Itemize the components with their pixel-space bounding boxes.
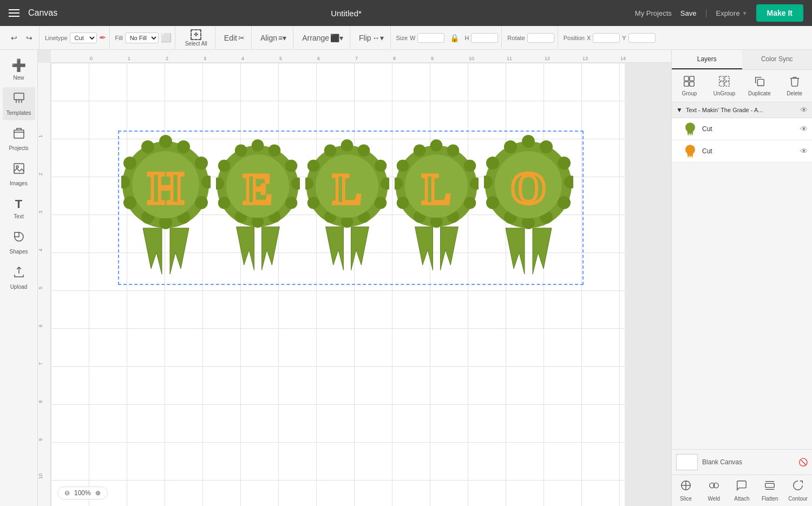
layer-item-2[interactable]: Cut 👁 [672, 140, 812, 163]
canvas-scroll-container[interactable]: H [51, 63, 671, 506]
top-navigation: Canvas Untitled* My Projects Save | Expl… [0, 0, 812, 26]
lock-icon[interactable]: 🔒 [447, 31, 462, 44]
svg-point-13 [195, 196, 208, 209]
align-icon: ≡▾ [278, 34, 286, 42]
select-all-icon: ✤ [191, 29, 201, 40]
edit-icon: ✂ [238, 34, 245, 42]
y-input[interactable] [628, 33, 656, 43]
attach-icon [736, 479, 748, 494]
group-button[interactable]: Group [672, 72, 707, 100]
layer-group-eye[interactable]: 👁 [800, 106, 808, 114]
ribbon-l2: L [395, 133, 479, 282]
svg-point-44 [358, 145, 370, 157]
sidebar-item-templates[interactable]: Templates [3, 87, 35, 120]
layer-item-1[interactable]: Cut 👁 [672, 118, 812, 140]
blank-canvas-eye-off[interactable]: 🚫 [798, 458, 808, 466]
svg-point-47 [375, 197, 387, 209]
save-button[interactable]: Save [680, 9, 697, 17]
weld-button[interactable]: Weld [700, 475, 728, 506]
height-input[interactable] [471, 33, 498, 43]
delete-icon [789, 75, 801, 89]
layer-2-eye[interactable]: 👁 [800, 147, 808, 155]
svg-marker-101 [687, 131, 693, 135]
svg-point-78 [540, 140, 553, 153]
layer-1-thumbnail [683, 121, 698, 137]
collapse-icon: ▼ [676, 106, 683, 114]
blank-canvas-thumbnail [676, 454, 698, 470]
sidebar-item-shapes[interactable]: Shapes [3, 226, 35, 259]
duplicate-icon [754, 75, 765, 89]
sidebar-item-projects[interactable]: Projects [3, 122, 35, 155]
svg-rect-5 [15, 232, 19, 237]
svg-point-28 [285, 160, 298, 172]
delete-button[interactable]: Delete [777, 72, 812, 100]
redo-button[interactable]: ↪ [23, 31, 36, 44]
width-input[interactable] [417, 33, 444, 43]
tab-layers[interactable]: Layers [672, 50, 742, 69]
ungroup-button[interactable]: UnGroup [707, 72, 742, 100]
svg-marker-7 [170, 228, 189, 274]
edit-group: Edit ✂ [218, 26, 252, 49]
svg-point-9 [159, 135, 172, 148]
select-all-button[interactable]: ✤ Select All [181, 28, 212, 48]
svg-rect-99 [757, 79, 764, 86]
fill-select[interactable]: No Fill [125, 33, 159, 43]
blank-canvas-item[interactable]: Blank Canvas 🚫 [672, 449, 812, 475]
ruler-horizontal: 0 1 2 3 4 5 6 7 8 9 10 11 12 13 14 [51, 50, 671, 63]
zoom-out-icon[interactable]: ⊖ [64, 489, 70, 497]
make-it-button[interactable]: Make It [756, 4, 803, 22]
align-button[interactable]: Align ≡▾ [257, 31, 290, 44]
svg-marker-41 [351, 227, 369, 270]
shapes-icon [12, 230, 25, 246]
zoom-control[interactable]: ⊖ 100% ⊕ [57, 486, 108, 499]
arrange-button[interactable]: Arrange ⬛▾ [299, 31, 346, 44]
zoom-in-icon[interactable]: ⊕ [95, 489, 101, 497]
undo-button[interactable]: ↩ [8, 31, 21, 44]
svg-point-11 [195, 157, 208, 170]
svg-point-27 [269, 145, 281, 157]
svg-marker-23 [237, 227, 254, 270]
x-input[interactable] [593, 33, 620, 43]
document-title[interactable]: Untitled* [66, 9, 626, 18]
svg-point-17 [123, 196, 136, 209]
duplicate-button[interactable]: Duplicate [742, 72, 777, 100]
svg-point-53 [307, 160, 320, 172]
tab-color-sync[interactable]: Color Sync [742, 50, 813, 69]
edit-button[interactable]: Edit ✂ [221, 31, 248, 44]
sidebar-item-text[interactable]: T Text [3, 193, 35, 224]
linetype-select[interactable]: Cut [70, 33, 97, 43]
explore-button[interactable]: Explore ▼ [716, 9, 748, 17]
sidebar-item-new[interactable]: ➕ New [3, 54, 35, 85]
slice-button[interactable]: Slice [672, 475, 700, 506]
attach-button[interactable]: Attach [728, 475, 756, 506]
flatten-button[interactable]: Flatten [756, 475, 784, 506]
svg-point-54 [324, 145, 337, 157]
arrange-group: Arrange ⬛▾ [296, 26, 350, 49]
layer-1-eye[interactable]: 👁 [800, 125, 808, 133]
sidebar-item-upload[interactable]: Upload [3, 261, 35, 294]
svg-rect-93 [684, 82, 689, 86]
ribbon-o: O [484, 133, 573, 282]
ruler-vertical: 1 2 3 4 5 6 7 8 9 10 [38, 63, 51, 506]
rotate-input[interactable] [527, 33, 554, 43]
contour-button[interactable]: Contour [784, 475, 812, 506]
canvas-workspace[interactable]: H [51, 63, 625, 506]
svg-marker-74 [506, 228, 525, 274]
flip-icon: ↔▾ [372, 34, 384, 42]
sidebar-item-images[interactable]: Images [3, 158, 35, 191]
menu-icon[interactable] [9, 9, 19, 17]
svg-marker-103 [687, 153, 693, 158]
svg-text:E: E [243, 165, 272, 213]
svg-text:L: L [332, 165, 361, 213]
my-projects-link[interactable]: My Projects [635, 9, 672, 17]
canvas-area[interactable]: 0 1 2 3 4 5 6 7 8 9 10 11 12 13 14 [38, 50, 671, 506]
fill-color-swatch: ⬜ [161, 33, 172, 43]
templates-icon [12, 92, 25, 108]
chevron-down-icon: ▼ [742, 10, 748, 16]
text-icon: T [15, 197, 22, 211]
svg-marker-24 [262, 227, 280, 270]
images-icon [12, 162, 25, 178]
layer-group-header[interactable]: ▼ Text - Makin' The Grade - A... 👁 [672, 102, 812, 118]
weld-icon [708, 479, 720, 494]
flip-button[interactable]: Flip ↔▾ [356, 31, 387, 44]
